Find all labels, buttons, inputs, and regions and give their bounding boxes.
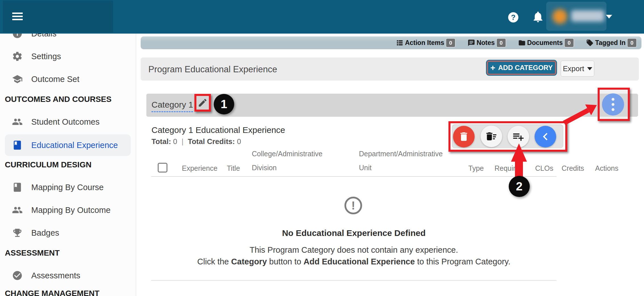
caret-down-icon [587, 67, 592, 70]
people-icon [12, 205, 23, 215]
check-circle-icon [12, 270, 23, 281]
sidebar-item-mapping-by-course[interactable]: Mapping By Course [0, 179, 136, 196]
tag-icon [586, 39, 594, 47]
col-college: College/Administrative Division [252, 147, 334, 175]
col-experience: Experience [182, 164, 217, 172]
annotation-box-edit [194, 94, 211, 112]
col-type: Type [468, 164, 484, 172]
sidebar-section-change-management: CHANGE MANAGEMENT [5, 289, 130, 296]
trophy-icon [12, 227, 23, 238]
annotation-box-menu [598, 88, 630, 121]
col-title: Title [227, 164, 240, 172]
annotation-step-2: 2 [509, 176, 530, 197]
category-totals: Total: 0 | Total Credits: 0 [151, 137, 241, 146]
action-items-label: Action Items [405, 39, 444, 47]
user-account-menu[interactable] [546, 2, 606, 31]
sidebar-item-assessments[interactable]: Assessments [0, 267, 136, 284]
people-icon [12, 116, 23, 127]
tagged-in-label: Tagged In [595, 39, 626, 47]
sidebar: Details Settings Outcome Set OUTCOMES AN… [0, 0, 136, 296]
user-menu-caret-icon[interactable] [606, 15, 612, 18]
col-department: Department/Administrative Unit [359, 147, 447, 175]
category-heading: Category 1 Educational Experience [151, 125, 285, 135]
sidebar-item-badges[interactable]: Badges [0, 224, 136, 241]
sidebar-item-educational-experience[interactable]: Educational Experience [0, 137, 136, 154]
notes-icon [468, 39, 475, 47]
plus-icon: + [490, 63, 495, 72]
notes-tab[interactable]: Notes 0 [468, 38, 506, 48]
category-name: Category 1 [151, 100, 193, 110]
sidebar-item-student-outcomes[interactable]: Student Outcomes [0, 113, 136, 130]
empty-state-title: No Educational Experience Defined [151, 228, 556, 238]
tagged-in-tab[interactable]: Tagged In 0 [586, 38, 637, 48]
page-title: Program Educational Experience [148, 64, 277, 75]
notes-label: Notes [477, 39, 495, 47]
edit-pencil-icon[interactable] [198, 98, 208, 108]
documents-count: 0 [564, 38, 574, 48]
sidebar-item-settings[interactable]: Settings [0, 48, 136, 65]
sidebar-section-assessment: ASSESSMENT [5, 248, 130, 260]
total-label: Total: [151, 137, 171, 146]
total-credits-value: 0 [237, 137, 241, 146]
sidebar-item-outcome-set[interactable]: Outcome Set [0, 71, 136, 88]
col-actions: Actions [595, 164, 618, 172]
page-title-bar: Program Educational Experience + ADD CAT… [141, 57, 639, 81]
category-name-underline [151, 111, 193, 112]
total-credits-label: Total Credits: [188, 137, 235, 146]
avatar [552, 9, 567, 24]
col-credits: Credits [562, 164, 584, 172]
action-items-count: 0 [446, 38, 456, 48]
empty-state-line2: Click the Category button to Add Educati… [151, 257, 556, 266]
list-icon [396, 39, 404, 47]
sidebar-item-mapping-by-outcome[interactable]: Mapping By Outcome [0, 202, 136, 219]
book-icon [12, 140, 23, 151]
gear-icon [12, 51, 23, 62]
select-all-checkbox[interactable] [158, 163, 167, 172]
col-clos: CLOs [535, 164, 553, 172]
add-category-button[interactable]: + ADD CATEGORY [487, 61, 556, 75]
notifications-bell-icon[interactable] [531, 10, 545, 23]
app-header: ? [0, 0, 644, 34]
documents-label: Documents [527, 39, 563, 47]
empty-state-line1: This Program Category does not contain a… [151, 245, 556, 255]
user-name-redacted [571, 10, 604, 22]
book-icon [12, 182, 23, 193]
export-button[interactable]: Export [561, 61, 594, 77]
hamburger-menu-icon[interactable] [12, 13, 23, 20]
graduation-cap-icon [12, 74, 23, 85]
notes-count: 0 [496, 38, 506, 48]
export-label: Export [563, 64, 584, 73]
sidebar-section-curriculum-design: CURRICULUM DESIGN [5, 160, 130, 172]
total-value: 0 [173, 137, 177, 146]
alert-icon: ! [344, 197, 362, 214]
help-icon[interactable]: ? [508, 12, 518, 22]
add-category-label: ADD CATEGORY [498, 64, 553, 72]
sidebar-section-outcomes-and-courses: OUTCOMES AND COURSES [5, 95, 130, 106]
folder-icon [518, 39, 526, 47]
annotation-arrow-to-menu [560, 100, 600, 125]
annotation-step-1: 1 [214, 94, 234, 114]
documents-tab[interactable]: Documents 0 [518, 38, 574, 48]
status-bar: Action Items 0 Notes 0 Documents 0 Tagge… [141, 36, 641, 49]
empty-state-rule [151, 280, 556, 281]
table-header-rule [151, 176, 556, 177]
app-root: Main Action Items 0 Notes 0 Documents 0 … [0, 0, 644, 296]
action-items-tab[interactable]: Action Items 0 [396, 38, 456, 48]
tagged-in-count: 0 [627, 38, 637, 48]
